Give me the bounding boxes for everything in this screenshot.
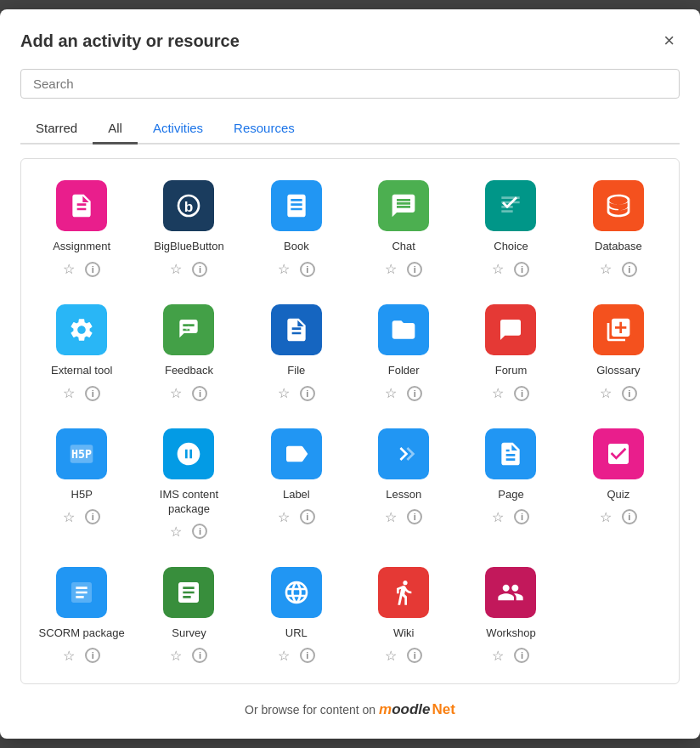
list-item[interactable]: Forum ☆ i (459, 292, 562, 412)
list-item[interactable]: Folder ☆ i (352, 292, 455, 412)
book-label: Book (284, 240, 309, 254)
list-item[interactable]: Page ☆ i (459, 416, 562, 551)
url-star-button[interactable]: ☆ (276, 646, 291, 666)
label-info-button[interactable]: i (298, 507, 317, 526)
glossary-actions: ☆ i (598, 383, 639, 403)
choice-star-button[interactable]: ☆ (490, 259, 505, 279)
assignment-icon (56, 180, 107, 231)
external-tool-info-button[interactable]: i (83, 384, 102, 403)
list-item[interactable]: Assignment ☆ i (30, 167, 133, 288)
lesson-actions: ☆ i (383, 507, 424, 527)
list-item[interactable]: b BigBlueButton ☆ i (137, 167, 240, 288)
database-star-button[interactable]: ☆ (598, 259, 613, 279)
external-tool-label: External tool (51, 364, 112, 378)
page-icon (485, 428, 536, 479)
wiki-info-button[interactable]: i (405, 646, 424, 665)
list-item[interactable]: Glossary ☆ i (567, 292, 670, 412)
survey-actions: ☆ i (168, 646, 209, 666)
url-info-button[interactable]: i (298, 646, 317, 665)
moodlenet-link[interactable]: moodleNet (379, 703, 455, 717)
h5p-info-button[interactable]: i (83, 507, 102, 526)
forum-star-button[interactable]: ☆ (490, 383, 505, 403)
h5p-star-button[interactable]: ☆ (61, 507, 76, 527)
ims-star-button[interactable]: ☆ (168, 522, 183, 541)
feedback-star-button[interactable]: ☆ (168, 383, 183, 403)
survey-star-button[interactable]: ☆ (168, 646, 183, 666)
quiz-info-button[interactable]: i (620, 507, 639, 526)
list-item[interactable]: Book ☆ i (245, 167, 348, 288)
chat-info-button[interactable]: i (405, 260, 424, 279)
external-tool-star-button[interactable]: ☆ (61, 383, 76, 403)
list-item[interactable]: Label ☆ i (245, 416, 348, 551)
list-item[interactable]: SCORM package ☆ i (30, 554, 133, 675)
file-info-button[interactable]: i (298, 384, 317, 403)
list-item[interactable]: Wiki ☆ i (352, 554, 455, 675)
list-item[interactable]: Quiz ☆ i (567, 416, 670, 551)
bigbluebutton-icon: b (163, 180, 214, 231)
workshop-info-button[interactable]: i (512, 646, 531, 665)
chat-label: Chat (392, 240, 415, 254)
label-actions: ☆ i (276, 507, 317, 527)
book-info-button[interactable]: i (298, 260, 317, 279)
workshop-star-button[interactable]: ☆ (490, 646, 505, 666)
page-info-button[interactable]: i (512, 507, 531, 526)
bigbluebutton-star-button[interactable]: ☆ (168, 259, 183, 279)
wiki-star-button[interactable]: ☆ (383, 646, 398, 666)
folder-star-button[interactable]: ☆ (383, 383, 398, 403)
book-icon (271, 180, 322, 231)
assignment-info-button[interactable]: i (83, 260, 102, 279)
list-item[interactable]: Workshop ☆ i (459, 554, 562, 675)
file-icon (271, 304, 322, 355)
workshop-actions: ☆ i (490, 646, 531, 666)
list-item[interactable]: Choice ☆ i (459, 167, 562, 288)
list-item[interactable]: External tool ☆ i (30, 292, 133, 412)
glossary-star-button[interactable]: ☆ (598, 383, 613, 403)
survey-info-button[interactable]: i (190, 646, 209, 665)
book-star-button[interactable]: ☆ (276, 259, 291, 279)
forum-info-button[interactable]: i (512, 384, 531, 403)
tab-resources[interactable]: Resources (218, 114, 310, 144)
folder-info-button[interactable]: i (405, 384, 424, 403)
wiki-icon (378, 567, 429, 618)
tab-starred[interactable]: Starred (20, 114, 93, 144)
database-info-button[interactable]: i (620, 260, 639, 279)
scorm-info-button[interactable]: i (83, 646, 102, 665)
forum-actions: ☆ i (490, 383, 531, 403)
bigbluebutton-info-button[interactable]: i (190, 260, 209, 279)
forum-icon (485, 304, 536, 355)
chat-star-button[interactable]: ☆ (383, 259, 398, 279)
lesson-star-button[interactable]: ☆ (383, 507, 398, 527)
file-label: File (287, 364, 305, 378)
ims-label: IMS content package (144, 488, 233, 517)
glossary-info-button[interactable]: i (620, 384, 639, 403)
list-item[interactable]: IMS content package ☆ i (137, 416, 240, 551)
scorm-star-button[interactable]: ☆ (61, 646, 76, 666)
svg-text:H5P: H5P (71, 448, 92, 461)
tab-all[interactable]: All (93, 114, 138, 144)
list-item[interactable]: URL ☆ i (245, 554, 348, 675)
page-label: Page (498, 488, 523, 502)
list-item[interactable]: Lesson ☆ i (352, 416, 455, 551)
lesson-info-button[interactable]: i (405, 507, 424, 526)
close-button[interactable]: × (658, 30, 680, 52)
book-actions: ☆ i (276, 259, 317, 279)
ims-info-button[interactable]: i (190, 522, 209, 541)
choice-info-button[interactable]: i (512, 260, 531, 279)
list-item[interactable]: Chat ☆ i (352, 167, 455, 288)
database-actions: ☆ i (598, 259, 639, 279)
search-input[interactable] (20, 69, 680, 99)
page-star-button[interactable]: ☆ (490, 507, 505, 527)
feedback-info-button[interactable]: i (190, 384, 209, 403)
file-star-button[interactable]: ☆ (276, 383, 291, 403)
bigbluebutton-actions: ☆ i (168, 259, 209, 279)
list-item[interactable]: File ☆ i (245, 292, 348, 412)
list-item[interactable]: H5P H5P ☆ i (30, 416, 133, 551)
url-actions: ☆ i (276, 646, 317, 666)
list-item[interactable]: Database ☆ i (567, 167, 670, 288)
list-item[interactable]: Survey ☆ i (137, 554, 240, 675)
list-item[interactable]: Feedback ☆ i (137, 292, 240, 412)
assignment-star-button[interactable]: ☆ (61, 259, 76, 279)
quiz-star-button[interactable]: ☆ (598, 507, 613, 527)
label-star-button[interactable]: ☆ (276, 507, 291, 527)
tab-activities[interactable]: Activities (138, 114, 218, 144)
